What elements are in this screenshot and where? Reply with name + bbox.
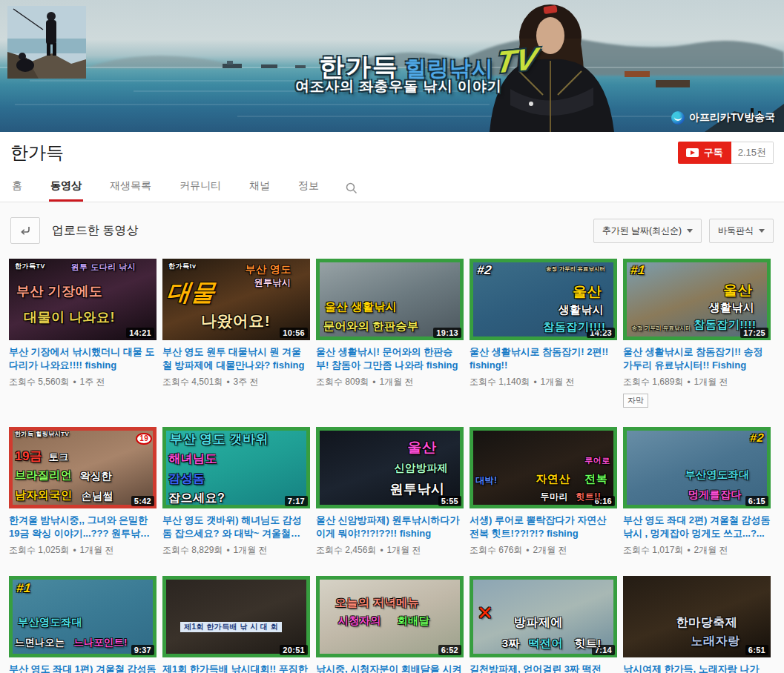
video-meta: 조회수 2,456회 • 1개월 전: [316, 544, 464, 557]
video-thumbnail[interactable]: 9:37 #1부산영도좌대느면나오는느나포인트!: [9, 576, 157, 657]
video-thumbnail[interactable]: 14:21 한가득TV원투 도다리 낚시부산 기장에도대물이 나와요!: [9, 259, 157, 340]
video-duration: 10:56: [280, 328, 308, 338]
video-title[interactable]: 낚시여제 한가득, 노래자랑 나가다? 모두의 마음을 10분내로 잡아...: [623, 663, 771, 673]
subscriber-count: 2.15천: [731, 142, 774, 164]
tab-home[interactable]: 홈: [10, 179, 24, 202]
video-thumbnail[interactable]: 7:14 ✕방파제에3짜떡전어힛트!: [470, 576, 617, 657]
video-title[interactable]: 제1회 한가득배 낚시대회!! 푸짐한 대박상품! 푸짐한 뒷풀이! 25피싱.…: [162, 663, 310, 673]
thumbnail-overlay-text: 원투낚시: [390, 483, 445, 497]
video-title[interactable]: 부산 영도 좌대 2편) 겨울철 감성돔낚시 , 멍게잡아 멍게도 쓰고...?…: [623, 514, 771, 540]
video-meta: 조회수 1,140회 • 1개월 전: [470, 376, 617, 388]
video-meta: 조회수 8,829회 • 1개월 전: [162, 544, 310, 557]
thumbnail-overlay-text: 느면나오는: [15, 637, 65, 648]
video-card: 14:23 #2송정 가두리 유료낚시터울산생활낚시참돔잡기!!!! 울산 생활…: [470, 259, 617, 388]
video-duration: 19:13: [433, 328, 461, 338]
thumbnail-overlay-text: 부산 영도 갯바위: [170, 433, 269, 446]
video-meta: 조회수 4,501회 • 3주 전: [162, 376, 310, 388]
thumbnail-overlay-text: 송정 가두리 유료낚시터: [546, 266, 605, 271]
video-thumbnail[interactable]: 6:51 한마당축제노래자랑: [623, 576, 771, 657]
thumbnail-overlay-text: #2: [749, 432, 765, 445]
video-thumbnail[interactable]: 19:13 울산 생활낚시문어와의 한판승부: [316, 259, 464, 340]
video-title[interactable]: 부산 영도 갯바위) 해녀님도 감성돔 잡으세요? 와 대박~ 겨울철 감...: [162, 514, 310, 540]
video-views: 조회수 1,025회: [9, 544, 69, 557]
thumbnail-overlay-text: 두마리: [541, 492, 569, 502]
meta-separator-dot: •: [687, 546, 690, 556]
search-icon: [346, 182, 358, 194]
thumbnail-overlay-text: 19: [136, 433, 152, 445]
video-thumbnail[interactable]: 14:23 #2송정 가두리 유료낚시터울산생활낚시참돔잡기!!!!: [470, 259, 617, 340]
video-age: 2개월 전: [694, 544, 728, 557]
banner-title-part3: TV: [494, 41, 540, 80]
thumbnail-overlay-text: 떡전어: [529, 637, 564, 649]
video-title[interactable]: 울산 생활낚시로 참돔잡기! 2편!! fishing!!: [470, 345, 617, 372]
tab-playlists[interactable]: 재생목록: [108, 179, 153, 202]
return-arrow-icon: [18, 223, 33, 238]
thumbnail-overlay-text: 울산: [723, 283, 752, 298]
video-thumbnail[interactable]: 6:15 #2부산영도좌대멍게를잡다: [623, 427, 771, 508]
layout-dropdown-button[interactable]: 바둑판식: [709, 219, 774, 243]
video-thumbnail[interactable]: 20:51 제1회 한가득배 낚 시 대 회: [162, 576, 310, 657]
thumbnail-overlay-text: 해녀님도: [168, 453, 217, 465]
video-card: 5:42 한가득 힐링낚시TV1919금토크브라질리언왁싱한남자외국인손님썰 한…: [9, 427, 157, 557]
thumbnail-overlay-text: 브라질리언: [15, 469, 73, 481]
channel-page: 한가득힐링낚시TV 여조사의 좌충우돌 낚시 이야기 아프리카TV방송국 한가득…: [0, 0, 784, 673]
video-thumbnail[interactable]: 5:55 울산신암방파제원투낚시: [316, 427, 464, 508]
video-title[interactable]: 울산 신암방파제) 원투낚시하다가 이게 뭐야!?!?!??!! fishing: [316, 514, 464, 540]
video-meta: 조회수 1,025회 • 1개월 전: [9, 544, 157, 557]
video-views: 조회수 8,829회: [162, 544, 223, 557]
channel-search-button[interactable]: [346, 182, 358, 202]
thumbnail-overlay-text: #1: [16, 582, 32, 595]
back-button[interactable]: [10, 217, 40, 244]
video-title[interactable]: 울산 생활낚시로 참돔잡기!! 송정 가두리 유료낚시터!! Fishing: [623, 345, 771, 372]
subscribe-button[interactable]: 구독: [678, 142, 731, 164]
tab-about[interactable]: 정보: [297, 179, 320, 202]
thumbnail-overlay-text: 한가득TV: [15, 263, 45, 270]
thumbnail-overlay-text: 원투 도다리 낚시: [71, 263, 136, 272]
video-views: 조회수 1,689회: [623, 376, 683, 388]
video-title[interactable]: 서생) 루어로 뽈락잡다가 자연산 전복 힛트!??!?!? fishing: [470, 514, 617, 540]
tab-videos[interactable]: 동영상: [49, 179, 83, 202]
thumbnail-overlay-text: 신암방파제: [394, 463, 448, 474]
thumbnail-overlay-text: ✕: [477, 603, 493, 623]
video-card: 6:15 #2부산영도좌대멍게를잡다 부산 영도 좌대 2편) 겨울철 감성돔낚…: [623, 427, 771, 557]
thumbnail-overlay-text: 왁싱한: [80, 471, 113, 482]
thumbnail-overlay-text: 멍게를잡다: [688, 489, 742, 500]
video-thumbnail[interactable]: 6:52 오늘의 저녁메뉴시청자의회배달: [316, 576, 464, 657]
subscribe-label: 구독: [704, 146, 723, 159]
video-title[interactable]: 부산 영도 원투 대물낚시 뭔 겨울철 방파제에 대물만나와? fishing: [162, 345, 310, 372]
sort-dropdown-button[interactable]: 추가된 날짜(최신순): [593, 219, 702, 243]
meta-separator-dot: •: [73, 377, 76, 388]
video-thumbnail[interactable]: 6:16 루어로대박!자연산전복두마리힛트!!: [470, 427, 617, 508]
video-duration: 14:21: [126, 328, 154, 338]
video-card: 7:14 ✕방파제에3짜떡전어힛트! 길천방파제, 얻어걸린 3짜 떡전어!! …: [470, 576, 617, 673]
thumbnail-overlay-text: 제1회 한가득배 낚 시 대 회: [180, 622, 282, 633]
video-thumbnail[interactable]: 10:56 한가득tv부산 영도원투낚시대물나왔어요!: [162, 259, 310, 340]
video-card: 10:56 한가득tv부산 영도원투낚시대물나왔어요! 부산 영도 원투 대물낚…: [162, 259, 310, 388]
video-card: 20:51 제1회 한가득배 낚 시 대 회 제1회 한가득배 낚시대회!! 푸…: [162, 576, 310, 673]
thumbnail-overlay-text: 남자외국인: [15, 489, 73, 501]
video-thumbnail[interactable]: 17:25 #1송정 가두리 유료낚시터울산생활낚시참돔잡기!!!!: [623, 259, 771, 340]
video-views: 조회수 1,140회: [470, 376, 530, 388]
thumbnail-overlay-text: 울산 생활낚시: [325, 301, 398, 313]
thumbnail-overlay-text: 부산 기장에도: [16, 285, 103, 299]
thumbnail-overlay-text: 방파제에: [514, 617, 563, 629]
channel-name: 한가득: [10, 141, 64, 165]
video-title[interactable]: 부산 영도 좌대 1편) 겨울철 감성돔낚시 , 느면나오긴하는데...? ..…: [9, 663, 157, 673]
thumbnail-overlay-text: 대박!: [475, 476, 498, 485]
video-title[interactable]: 낚시중, 시청자분이 회배달을 시켜주셨습니다...fishing: [316, 663, 464, 673]
video-grid: 14:21 한가득TV원투 도다리 낚시부산 기장에도대물이 나와요! 부산 기…: [0, 257, 784, 673]
video-duration: 20:51: [280, 645, 308, 655]
video-title[interactable]: 한겨울 밤낚시중,, 그녀와 은밀한 19금 왁싱 이야기...??? 원투낚시…: [9, 514, 157, 540]
video-card: 6:51 한마당축제노래자랑 낚시여제 한가득, 노래자랑 나가다? 모두의 마…: [623, 576, 771, 673]
video-title[interactable]: 길천방파제, 얻어걸린 3짜 떡전어!! 징한 손맛?fishing: [470, 663, 617, 673]
video-thumbnail[interactable]: 7:17 부산 영도 갯바위해녀님도감성돔잡으세요?: [162, 427, 310, 508]
tab-channels[interactable]: 채널: [248, 179, 271, 202]
thumbnail-overlay-text: 문어와의 한판승부: [323, 320, 419, 332]
video-title[interactable]: 부산 기장에서 낚시했더니 대물 도다리가 나와요!!!! fishing: [9, 345, 157, 372]
video-thumbnail[interactable]: 5:42 한가득 힐링낚시TV1919금토크브라질리언왁싱한남자외국인손님썰: [9, 427, 157, 508]
thumbnail-overlay-text: 노래자랑: [691, 635, 740, 648]
banner-station-link[interactable]: 아프리카TV방송국: [671, 111, 775, 125]
thumbnail-overlay-text: 한마당축제: [676, 617, 738, 629]
tab-community[interactable]: 커뮤니티: [178, 179, 223, 202]
video-title[interactable]: 울산 생활낚시! 문어와의 한판승부! 참돔아 그만좀 나와라 fishing: [316, 345, 464, 372]
